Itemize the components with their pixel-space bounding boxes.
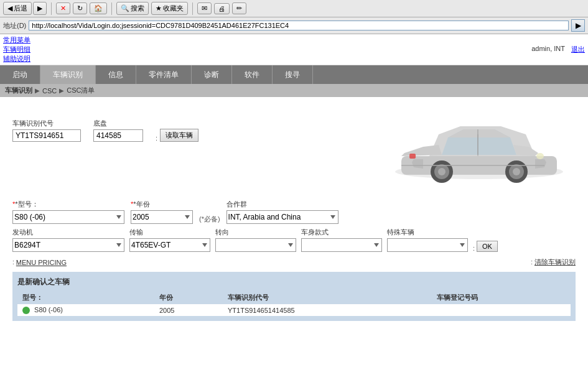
trans-group: 传输 4T65EV-GT bbox=[129, 228, 210, 252]
nav-buttons[interactable]: ◀ 后退 ▶ bbox=[3, 2, 47, 15]
mail-button[interactable]: ✉ bbox=[197, 2, 212, 14]
clear-vehicle-link[interactable]: 清除车辆识别 bbox=[534, 258, 576, 267]
breadcrumb-item-3[interactable]: CSC清单 bbox=[67, 86, 95, 95]
address-bar: 地址(D) ▶ bbox=[0, 17, 588, 34]
vin-group: 车辆识别代号 bbox=[12, 119, 81, 142]
year-label: **年份 bbox=[131, 200, 193, 209]
breadcrumb-arrow-2: ▶ bbox=[59, 87, 64, 94]
ok-button[interactable]: OK bbox=[477, 241, 498, 252]
engine-label: 发动机 bbox=[12, 228, 124, 237]
star-icon: ★ bbox=[156, 4, 162, 12]
status-dot-icon bbox=[22, 307, 30, 314]
year-group: **年份 2005 bbox=[131, 200, 193, 224]
vehicle-detail-link[interactable]: 车辆明细 bbox=[3, 45, 30, 54]
browser-toolbar: ◀ 后退 ▶ ✕ ↻ 🏠 🔍 搜索 ★ 收藏夹 ✉ 🖨 ✏ bbox=[0, 0, 588, 17]
search-label: 搜索 bbox=[131, 4, 144, 13]
engine-select[interactable]: B6294T bbox=[12, 238, 124, 252]
special-label: 特殊车辆 bbox=[387, 228, 468, 237]
group-label: 合作群 bbox=[226, 200, 338, 209]
confirmed-vehicle-section: 是新确认之车辆 型号： 年份 车辆识别代号 车辆登记号码 S80 (-06) 2… bbox=[12, 272, 576, 321]
breadcrumb-item-2[interactable]: CSC bbox=[42, 87, 57, 95]
model-select[interactable]: S80 (-06) bbox=[12, 210, 124, 224]
logout-link[interactable]: 退出 bbox=[571, 45, 585, 54]
table-row[interactable]: S80 (-06) 2005 YT1TS914651414585 bbox=[17, 304, 571, 316]
forward-button[interactable]: ▶ bbox=[33, 2, 47, 15]
go-arrow-icon: ▶ bbox=[576, 21, 581, 30]
tab-startup[interactable]: 启动 bbox=[0, 65, 40, 84]
search-button[interactable]: 🔍 搜索 bbox=[116, 2, 149, 15]
action-row: : MENU PRICING : 清除车辆识别 bbox=[12, 256, 576, 269]
refresh-button[interactable]: ↻ bbox=[73, 2, 87, 14]
tab-search[interactable]: 搜寻 bbox=[273, 65, 313, 84]
vin-label: 车辆识别代号 bbox=[12, 119, 81, 128]
tab-diagnosis[interactable]: 诊断 bbox=[192, 65, 232, 84]
chassis-label: 底盘 bbox=[93, 119, 143, 128]
chassis-input[interactable] bbox=[93, 129, 143, 142]
ok-group: : OK bbox=[473, 241, 498, 252]
svg-point-8 bbox=[438, 168, 446, 175]
address-input[interactable] bbox=[29, 21, 569, 30]
stop-button[interactable]: ✕ bbox=[56, 2, 70, 14]
svg-point-9 bbox=[536, 153, 544, 159]
back-button[interactable]: ◀ 后退 bbox=[3, 2, 32, 15]
svg-point-5 bbox=[513, 168, 520, 175]
car-image-container bbox=[383, 106, 576, 193]
common-menu-link[interactable]: 常用菜单 bbox=[3, 35, 30, 45]
read-btn-wrapper: : 读取车辆 bbox=[156, 129, 198, 142]
nav-tabs: 启动 车辆识别 信息 零件清单 诊断 软件 搜寻 bbox=[0, 65, 588, 84]
trans-label: 传输 bbox=[129, 228, 210, 237]
col-year-header: 年份 bbox=[154, 291, 223, 304]
help-link[interactable]: 辅助说明 bbox=[3, 54, 30, 63]
back-label: 后退 bbox=[14, 4, 27, 13]
favorites-label: 收藏夹 bbox=[163, 4, 184, 13]
tab-parts-list[interactable]: 零件清单 bbox=[136, 65, 192, 84]
body-group: 车身款式 bbox=[301, 228, 382, 252]
group-select[interactable]: INT, Arabia and China bbox=[226, 210, 338, 224]
home-icon: 🏠 bbox=[94, 4, 103, 12]
separator2 bbox=[111, 2, 112, 15]
home-button[interactable]: 🏠 bbox=[90, 2, 107, 14]
row-reg bbox=[432, 304, 571, 316]
engine-row: 发动机 B6294T 传输 4T65EV-GT 转向 车身款式 特殊车辆 bbox=[12, 228, 576, 252]
go-button[interactable]: ▶ bbox=[571, 19, 585, 32]
body-select[interactable] bbox=[301, 238, 382, 252]
mail-icon: ✉ bbox=[202, 4, 207, 12]
col-vin-header: 车辆识别代号 bbox=[223, 291, 432, 304]
separator3 bbox=[192, 2, 193, 15]
read-vehicle-button[interactable]: 读取车辆 bbox=[160, 129, 198, 142]
tab-software[interactable]: 软件 bbox=[232, 65, 273, 84]
steering-group: 转向 bbox=[215, 228, 296, 252]
trans-select[interactable]: 4T65EV-GT bbox=[129, 238, 210, 252]
menu-pricing-link[interactable]: MENU PRICING bbox=[16, 259, 67, 266]
steering-select[interactable] bbox=[215, 238, 296, 252]
engine-group: 发动机 B6294T bbox=[12, 228, 124, 252]
steering-label: 转向 bbox=[215, 228, 296, 237]
special-select[interactable] bbox=[387, 238, 468, 252]
address-label: 地址(D) bbox=[3, 21, 26, 30]
model-label: **型号： bbox=[12, 200, 124, 209]
svg-rect-10 bbox=[409, 154, 416, 159]
breadcrumb-arrow-1: ▶ bbox=[35, 87, 40, 94]
tab-info[interactable]: 信息 bbox=[96, 65, 136, 84]
model-year-row: **型号： S80 (-06) **年份 2005 (*必备) 合作群 INT,… bbox=[12, 200, 576, 224]
print-button[interactable]: 🖨 bbox=[214, 3, 230, 14]
year-select[interactable]: 2005 bbox=[131, 210, 193, 224]
edit-button[interactable]: ✏ bbox=[232, 2, 246, 14]
col-reg-header: 车辆登记号码 bbox=[432, 291, 571, 304]
vin-section: 车辆识别代号 底盘 : 读取车辆 bbox=[12, 106, 370, 193]
clear-prefix: : bbox=[531, 259, 533, 266]
menu-pricing-prefix: : bbox=[12, 259, 14, 266]
group-field-group: 合作群 INT, Arabia and China bbox=[226, 200, 338, 224]
main-content: 车辆识别代号 底盘 : 读取车辆 bbox=[0, 97, 588, 330]
forward-arrow-icon: ▶ bbox=[37, 4, 42, 12]
breadcrumb-item-1[interactable]: 车辆识别 bbox=[5, 86, 32, 95]
app-header-left: 常用菜单 车辆明细 辅助说明 bbox=[3, 35, 30, 63]
vin-input[interactable] bbox=[12, 129, 81, 142]
back-arrow-icon: ◀ bbox=[7, 4, 12, 12]
special-group: 特殊车辆 bbox=[387, 228, 468, 252]
tab-vehicle-id[interactable]: 车辆识别 bbox=[40, 65, 96, 84]
refresh-icon: ↻ bbox=[77, 4, 83, 12]
separator bbox=[51, 2, 52, 15]
favorites-button[interactable]: ★ 收藏夹 bbox=[151, 2, 188, 15]
stop-icon: ✕ bbox=[60, 4, 66, 12]
